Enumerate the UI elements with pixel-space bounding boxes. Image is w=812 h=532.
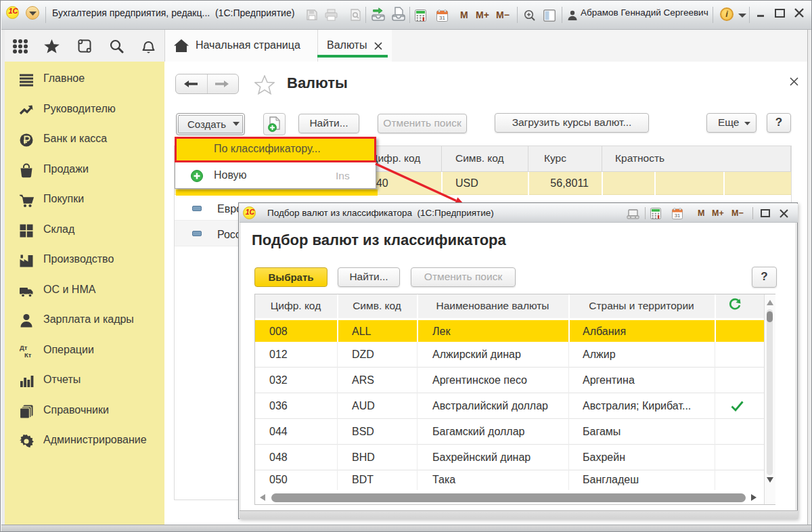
svg-text:Дт: Дт: [20, 344, 28, 351]
svg-text:31: 31: [675, 213, 680, 219]
svg-text:31: 31: [439, 15, 445, 21]
svg-text:Кт: Кт: [24, 351, 32, 359]
